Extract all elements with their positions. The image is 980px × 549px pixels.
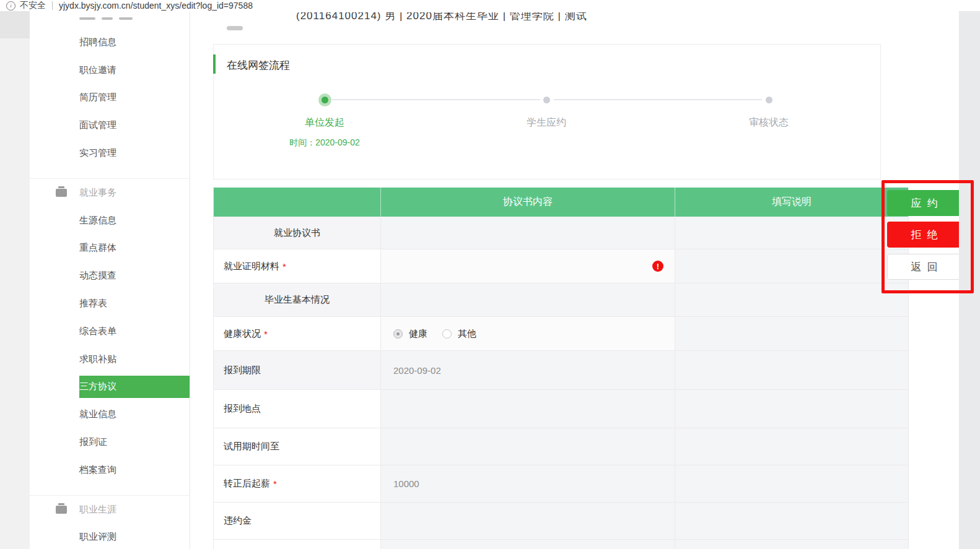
scrollbar-track[interactable]	[959, 11, 980, 549]
reject-button[interactable]: 拒绝	[887, 222, 961, 248]
step-label-1: 单位发起	[275, 116, 374, 129]
step-pending-dot	[766, 97, 772, 103]
sidebar: 招聘信息职位邀请简历管理面试管理实习管理就业事务生源信息重点群体动态摸查推荐表综…	[30, 11, 190, 549]
row-content-cell	[381, 390, 675, 428]
sidebar-item-面试管理[interactable]: 面试管理	[30, 111, 190, 139]
row-note-cell	[675, 503, 908, 540]
row-content-cell	[381, 217, 675, 249]
archive-box-icon	[56, 189, 67, 197]
row-content-cell: 健康其他	[381, 317, 675, 351]
sidebar-group: 就业事务生源信息重点群体动态摸查推荐表综合表单求职补贴三方协议就业信息报到证档案…	[30, 178, 190, 484]
row-note-cell	[675, 317, 908, 351]
sidebar-item-报到证[interactable]: 报到证	[30, 428, 190, 456]
sidebar-item-职位邀请[interactable]: 职位邀请	[30, 56, 190, 84]
row-label: 就业协议书	[274, 227, 320, 239]
sidebar-item-重点群体[interactable]: 重点群体	[30, 235, 190, 262]
exclamation-circle-icon: !	[652, 261, 663, 272]
row-label: 转正后起薪	[224, 478, 270, 490]
row-label-cell	[214, 540, 381, 549]
row-label: 就业证明材料	[224, 261, 279, 272]
avatar-fragment	[227, 26, 243, 30]
table-row: 报到期限2020-09-02	[214, 351, 908, 390]
required-asterisk: *	[282, 261, 286, 272]
table-row: 违约金	[214, 503, 908, 540]
process-card: 在线网签流程 单位发起 学生应约 审核状态 时间：2020-09-02	[213, 44, 881, 179]
row-label: 报到期限	[224, 365, 261, 376]
page-left-gutter	[0, 11, 30, 549]
row-label-cell: 违约金	[214, 503, 381, 540]
step-time-text: 时间：2020-09-02	[256, 137, 393, 149]
title-accent-bar	[213, 54, 216, 74]
table-row: 转正后起薪*10000	[214, 465, 908, 503]
sidebar-item-档案查询[interactable]: 档案查询	[30, 456, 190, 484]
table-row: 报到地点	[214, 390, 908, 428]
sidebar-item-生源信息[interactable]: 生源信息	[30, 207, 190, 235]
sidebar-section-header: 职业生涯	[30, 496, 190, 524]
sidebar-item-动态摸查[interactable]: 动态摸查	[30, 262, 190, 290]
row-label: 健康状况	[224, 328, 261, 340]
row-note-cell	[675, 249, 908, 283]
radio-label: 其他	[458, 328, 476, 340]
header-cell-content: 协议书内容	[381, 188, 675, 217]
app-window: i 不安全 yjydx.bysjy.com.cn/student_xys/edi…	[0, 0, 980, 549]
table-row: 试用期时间至	[214, 428, 908, 465]
row-content-cell: !	[381, 249, 675, 283]
table-row: 健康状况*健康其他	[214, 317, 908, 351]
row-note-cell	[675, 283, 908, 317]
row-label: 报到地点	[224, 403, 261, 415]
table-header-row: 协议书内容 填写说明	[214, 188, 908, 217]
table-row	[214, 540, 908, 549]
sidebar-item-招聘信息[interactable]: 招聘信息	[30, 28, 190, 56]
row-label-cell: 就业证明材料*	[214, 249, 381, 283]
table-row: 就业协议书	[214, 217, 908, 249]
row-label-cell: 报到地点	[214, 390, 381, 428]
row-label-cell: 转正后起薪*	[214, 465, 381, 503]
field-value: 10000	[393, 478, 419, 489]
sidebar-item-求职补贴[interactable]: 求职补贴	[30, 345, 190, 373]
header-cell-notes: 填写说明	[675, 188, 908, 217]
radio-label: 健康	[409, 328, 427, 340]
row-label-cell: 毕业生基本情况	[214, 283, 381, 317]
row-label-cell: 报到期限	[214, 351, 381, 390]
radio-健康[interactable]	[393, 329, 403, 339]
sidebar-item-综合表单[interactable]: 综合表单	[30, 318, 190, 345]
info-circle-icon[interactable]: i	[6, 1, 15, 11]
row-content-cell: 2020-09-02	[381, 351, 675, 390]
row-label-cell: 就业协议书	[214, 217, 381, 249]
step-pending-dot	[543, 97, 550, 103]
table-row: 毕业生基本情况	[214, 283, 908, 317]
row-label-cell: 试用期时间至	[214, 428, 381, 465]
row-note-cell	[675, 217, 908, 249]
step-active-dot	[322, 97, 328, 103]
radio-group: 健康其他	[393, 328, 485, 340]
agreement-table: 协议书内容 填写说明 就业协议书就业证明材料*!毕业生基本情况健康状况*健康其他…	[213, 188, 909, 549]
sidebar-item-三方协议[interactable]: 三方协议	[30, 373, 190, 401]
row-note-cell	[675, 390, 908, 428]
divider	[52, 1, 53, 10]
sidebar-item-职业评测[interactable]: 职业评测	[30, 524, 190, 549]
briefcase-icon	[56, 506, 67, 514]
table-body: 就业协议书就业证明材料*!毕业生基本情况健康状况*健康其他报到期限2020-09…	[214, 217, 908, 549]
sidebar-group: 职业生涯职业评测	[30, 495, 190, 549]
row-note-cell	[675, 351, 908, 390]
back-button[interactable]: 返回	[887, 254, 961, 280]
sidebar-item-就业信息[interactable]: 就业信息	[30, 400, 190, 428]
sidebar-menu: 招聘信息职位邀请简历管理面试管理实习管理就业事务生源信息重点群体动态摸查推荐表综…	[30, 28, 190, 549]
sidebar-item-推荐表[interactable]: 推荐表	[30, 290, 190, 318]
required-asterisk: *	[264, 329, 268, 339]
row-content-cell	[381, 503, 675, 540]
accept-button[interactable]: 应约	[887, 190, 961, 216]
student-info-line: (201164100214) 男 | 2020届本科生毕业 | 管理学院 | 测…	[296, 12, 587, 28]
radio-其他[interactable]	[442, 329, 452, 339]
row-note-cell	[675, 540, 908, 549]
row-content-cell: 10000	[381, 465, 675, 503]
browser-address-bar[interactable]: i 不安全 yjydx.bysjy.com.cn/student_xys/edi…	[0, 0, 980, 12]
url-text[interactable]: yjydx.bysjy.com.cn/student_xys/edit?log_…	[59, 1, 253, 11]
sidebar-section-label: 就业事务	[79, 187, 116, 199]
process-card-title: 在线网签流程	[227, 58, 290, 72]
sidebar-item-简历管理[interactable]: 简历管理	[30, 84, 190, 112]
sidebar-section-header: 就业事务	[30, 179, 190, 207]
table-row: 就业证明材料*!	[214, 249, 908, 283]
sidebar-item-实习管理[interactable]: 实习管理	[30, 139, 190, 167]
row-label-cell: 健康状况*	[214, 317, 381, 351]
